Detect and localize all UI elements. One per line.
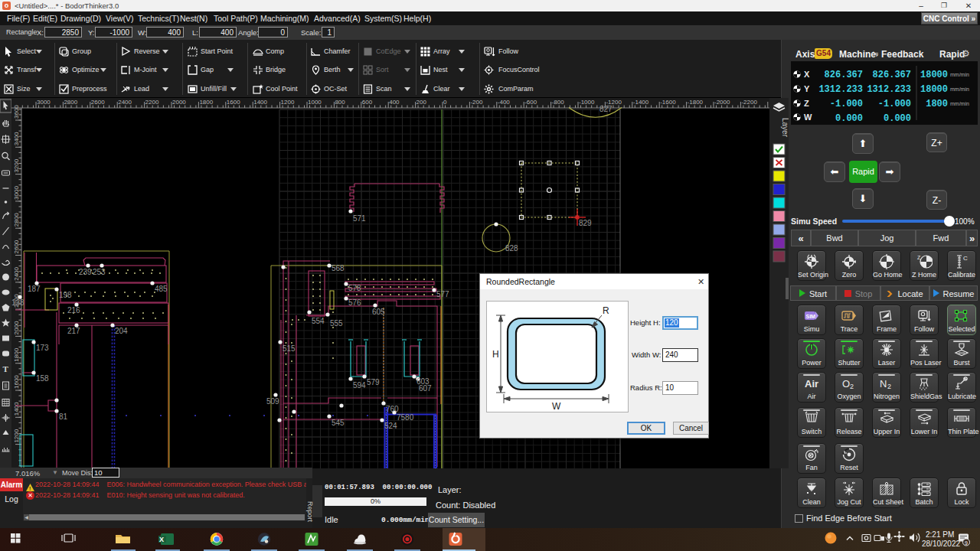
svg-text:173: 173 — [36, 344, 49, 352]
svg-text:1200: 1200 — [13, 429, 20, 442]
svg-text:555: 555 — [330, 319, 343, 328]
svg-text:mm/min: mm/min — [950, 101, 969, 106]
svg-text:1800: 1800 — [926, 99, 948, 109]
svg-text:-1600: -1600 — [660, 99, 676, 106]
svg-text:mm/min: mm/min — [950, 86, 969, 92]
svg-text:138: 138 — [11, 298, 24, 307]
svg-text:571: 571 — [353, 214, 366, 223]
svg-text:485: 485 — [155, 285, 168, 293]
svg-text:81: 81 — [59, 412, 68, 421]
svg-text:605: 605 — [372, 308, 385, 316]
svg-text:524: 524 — [384, 422, 397, 430]
svg-text:Y: Y — [804, 84, 810, 93]
svg-text:826.367: 826.367 — [873, 70, 911, 80]
svg-text:W: W — [804, 112, 812, 122]
svg-text:216: 216 — [67, 306, 80, 315]
svg-text:1200: 1200 — [281, 99, 295, 106]
svg-text:2000: 2000 — [172, 99, 186, 106]
svg-text:829: 829 — [579, 219, 592, 227]
svg-text:2400: 2400 — [118, 99, 132, 106]
svg-text:28/10/2022: 28/10/2022 — [922, 540, 960, 548]
svg-text:Air: Air — [805, 378, 818, 390]
svg-text:-1.000: -1.000 — [878, 99, 911, 109]
svg-text:800: 800 — [335, 99, 345, 106]
svg-text:198: 198 — [59, 291, 72, 299]
svg-text:515: 515 — [283, 344, 296, 353]
svg-text:0.000: 0.000 — [884, 113, 911, 124]
svg-text:594: 594 — [353, 381, 366, 390]
svg-text:3400: 3400 — [13, 132, 20, 145]
svg-text:554: 554 — [312, 317, 325, 325]
svg-text:9: 9 — [965, 540, 968, 546]
svg-text:SIM: SIM — [806, 314, 816, 319]
svg-text:-1.000: -1.000 — [830, 99, 863, 109]
svg-text:400: 400 — [389, 99, 400, 106]
svg-text:200: 200 — [416, 99, 427, 106]
svg-text:217: 217 — [67, 327, 80, 335]
svg-text:18000: 18000 — [920, 84, 948, 95]
svg-text:-1800: -1800 — [688, 99, 704, 106]
svg-text:187: 187 — [28, 285, 41, 293]
svg-text:577: 577 — [436, 290, 449, 298]
svg-text:239: 239 — [79, 268, 92, 276]
svg-text:3600: 3600 — [13, 105, 20, 119]
svg-text:1000: 1000 — [308, 99, 322, 106]
svg-text:Layer: Layer — [781, 118, 789, 138]
svg-text:2: 2 — [887, 383, 891, 390]
svg-text:O: O — [842, 378, 850, 390]
svg-text:578: 578 — [348, 284, 361, 292]
svg-text:2: 2 — [850, 383, 854, 390]
svg-text:204: 204 — [115, 327, 128, 335]
svg-text:!: ! — [29, 485, 31, 491]
svg-text:-2200: -2200 — [741, 99, 757, 106]
svg-text:0.000: 0.000 — [835, 113, 863, 124]
svg-text:-1000: -1000 — [579, 99, 595, 106]
svg-text:2400: 2400 — [13, 266, 20, 280]
svg-text:2000: 2000 — [13, 321, 20, 334]
svg-text:X: X — [159, 536, 164, 543]
svg-text:1800: 1800 — [13, 347, 20, 361]
svg-text:600: 600 — [362, 99, 373, 106]
svg-text:7580: 7580 — [397, 413, 414, 422]
svg-text:R: R — [603, 305, 609, 316]
svg-text:2200: 2200 — [145, 99, 159, 106]
svg-text:1312.233: 1312.233 — [818, 84, 863, 95]
svg-text:-2000: -2000 — [714, 99, 730, 106]
svg-text:760: 760 — [386, 405, 399, 413]
svg-text:158: 158 — [36, 374, 49, 383]
svg-text:18000: 18000 — [920, 70, 948, 80]
svg-text:3200: 3200 — [13, 158, 20, 172]
svg-text:mm/min: mm/min — [950, 72, 969, 77]
svg-text:568: 568 — [332, 264, 345, 272]
svg-text:2:21 PM: 2:21 PM — [926, 530, 954, 539]
svg-text:579: 579 — [367, 378, 380, 386]
svg-text:H: H — [492, 349, 499, 360]
svg-text:1600: 1600 — [227, 99, 240, 106]
svg-text:826.367: 826.367 — [825, 70, 863, 80]
svg-text:607: 607 — [419, 384, 432, 393]
svg-text:1312.233: 1312.233 — [867, 84, 911, 95]
svg-text:T: T — [3, 364, 9, 373]
svg-text:X: X — [804, 70, 810, 79]
svg-text:253: 253 — [93, 268, 106, 276]
svg-text:3000: 3000 — [13, 186, 20, 200]
svg-text:-200: -200 — [470, 99, 483, 106]
svg-text:1400: 1400 — [253, 99, 267, 106]
svg-text:N: N — [880, 378, 887, 390]
svg-text:2800: 2800 — [13, 213, 20, 227]
svg-text:828: 828 — [505, 244, 518, 253]
svg-text:0: 0 — [443, 99, 447, 106]
svg-text:509: 509 — [266, 397, 279, 406]
svg-text:1600: 1600 — [13, 375, 20, 389]
svg-text:-800: -800 — [552, 99, 565, 106]
svg-text:2600: 2600 — [91, 99, 105, 106]
svg-text:3000: 3000 — [37, 99, 51, 106]
svg-text:2600: 2600 — [13, 240, 20, 253]
svg-text:-1400: -1400 — [633, 99, 649, 106]
svg-text:-400: -400 — [498, 99, 511, 106]
svg-text:-600: -600 — [524, 99, 537, 106]
svg-text:1800: 1800 — [199, 99, 213, 106]
svg-text:Z: Z — [804, 99, 809, 108]
svg-text:1400: 1400 — [13, 402, 20, 416]
svg-text:2800: 2800 — [64, 99, 77, 106]
